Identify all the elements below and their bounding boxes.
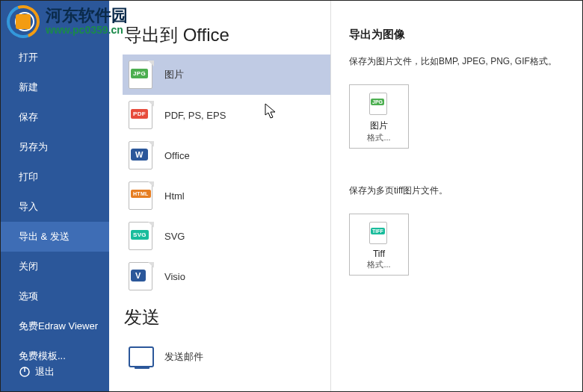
sidebar-item-close[interactable]: 关闭 xyxy=(1,252,109,281)
export-option-pdf[interactable]: PDF PDF, PS, EPS xyxy=(123,95,330,135)
send-option-mail[interactable]: 发送邮件 xyxy=(123,337,330,377)
jpg-file-icon: JPG xyxy=(369,93,389,115)
sidebar-item-export-send[interactable]: 导出 & 发送 xyxy=(1,222,109,252)
export-options-column: 导出到 Office JPG 图片 PDF PDF, PS, EPS W Off… xyxy=(109,1,330,391)
main-panel: 导出到 Office JPG 图片 PDF PDF, PS, EPS W Off… xyxy=(109,1,582,391)
site-logo-icon xyxy=(5,4,41,40)
export-detail-column: 导出为图像 保存为图片文件，比如BMP, JPEG, PNG, GIF格式。 J… xyxy=(330,1,582,391)
button-subcaption: 格式... xyxy=(367,132,390,143)
pdf-file-icon: PDF xyxy=(129,101,154,129)
sidebar-item-viewer[interactable]: 免费Edraw Viewer xyxy=(1,311,109,341)
svg-file-icon: SVG xyxy=(129,222,154,250)
sidebar-item-save[interactable]: 保存 xyxy=(1,102,109,132)
mail-icon xyxy=(129,346,154,367)
export-option-visio[interactable]: V Visio xyxy=(123,256,330,296)
export-option-label: Html xyxy=(164,190,185,202)
export-tiff-button[interactable]: TIFF Tiff 格式... xyxy=(349,214,409,276)
button-caption: 图片 xyxy=(370,119,388,132)
export-option-image[interactable]: JPG 图片 xyxy=(123,55,330,95)
watermark-url: www.pc0359.cn xyxy=(46,25,128,36)
word-file-icon: W xyxy=(129,141,154,169)
export-option-label: SVG xyxy=(164,231,185,242)
detail-desc-1: 保存为图片文件，比如BMP, JPEG, PNG, GIF格式。 xyxy=(349,55,567,68)
watermark-title: 河东软件园 xyxy=(46,7,128,25)
jpg-file-icon: JPG xyxy=(129,60,154,89)
detail-title: 导出为图像 xyxy=(349,28,567,42)
export-image-button[interactable]: JPG 图片 格式... xyxy=(349,84,409,149)
export-option-label: Office xyxy=(164,150,190,161)
sidebar-item-print[interactable]: 打印 xyxy=(1,162,109,192)
sidebar-item-open[interactable]: 打开 xyxy=(1,43,109,72)
tiff-file-icon: TIFF xyxy=(369,222,389,244)
html-file-icon: HTML xyxy=(129,181,154,210)
export-option-office[interactable]: W Office xyxy=(123,135,330,175)
visio-file-icon: V xyxy=(129,262,154,290)
button-subcaption: 格式... xyxy=(367,259,390,270)
sidebar-item-import[interactable]: 导入 xyxy=(1,192,109,222)
send-section-title: 发送 xyxy=(124,305,330,329)
power-icon xyxy=(19,366,31,378)
sidebar-item-exit[interactable]: 退出 xyxy=(1,357,109,387)
export-section-title: 导出到 Office xyxy=(124,23,330,47)
export-option-label: PDF, PS, EPS xyxy=(164,110,226,121)
detail-desc-2: 保存为多页tiff图片文件。 xyxy=(349,184,567,197)
export-option-label: Visio xyxy=(164,271,185,282)
watermark: 河东软件园 www.pc0359.cn xyxy=(5,4,128,40)
sidebar-item-options[interactable]: 选项 xyxy=(1,281,109,311)
file-menu-sidebar: 打开 新建 保存 另存为 打印 导入 导出 & 发送 关闭 选项 免费Edraw… xyxy=(1,1,109,391)
send-option-label: 发送邮件 xyxy=(164,350,203,364)
export-option-label: 图片 xyxy=(164,68,184,81)
button-caption: Tiff xyxy=(373,249,385,259)
export-option-html[interactable]: HTML Html xyxy=(123,175,330,216)
export-option-svg[interactable]: SVG SVG xyxy=(123,216,330,256)
sidebar-item-new[interactable]: 新建 xyxy=(1,72,109,102)
sidebar-item-saveas[interactable]: 另存为 xyxy=(1,132,109,162)
